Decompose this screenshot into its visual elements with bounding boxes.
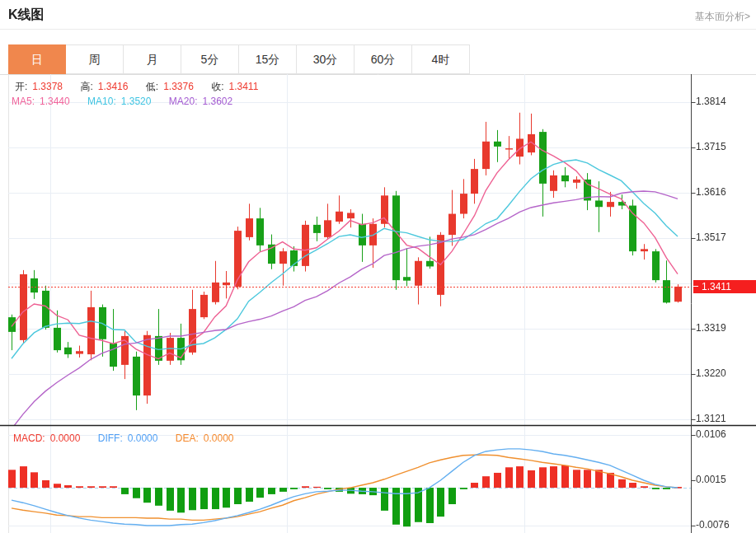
macd-axis-label: -0.0076 — [696, 519, 754, 531]
high-value: 1.3416 — [98, 81, 129, 92]
tab-month[interactable]: 月 — [124, 44, 181, 74]
kline-page: K线图 基本面分析> 日 周 月 5分 15分 30分 60分 4时 开:1.3… — [0, 0, 756, 533]
diff-value: 0.0000 — [128, 432, 158, 444]
price-axis-label: 1.3517 — [696, 231, 754, 243]
current-price-value: 1.3411 — [702, 281, 731, 292]
page-title: K线图 — [8, 7, 45, 24]
close-label: 收: — [211, 81, 223, 92]
price-axis-label: 1.3319 — [696, 322, 754, 334]
ohlc-legend: 开:1.3378 高:1.3416 低:1.3376 收:1.3411 — [15, 80, 263, 94]
macd-axis-label: 0.0106 — [696, 428, 754, 440]
ma20-label: MA20: — [169, 96, 198, 107]
fundamental-analysis-link[interactable]: 基本面分析> — [695, 10, 750, 24]
tab-week[interactable]: 周 — [66, 44, 124, 74]
diff-label: DIFF: — [98, 432, 123, 444]
dea-value: 0.0000 — [204, 432, 234, 444]
price-axis-label: 1.3715 — [696, 141, 754, 152]
ma-legend: MA5:1.3440 MA10:1.3520 MA20:1.3602 — [12, 96, 237, 107]
low-label: 低: — [146, 81, 158, 92]
tab-15min[interactable]: 15分 — [239, 44, 297, 74]
period-tabs: 日 周 月 5分 15分 30分 60分 4时 — [8, 44, 470, 74]
ma10-label: MA10: — [87, 96, 116, 107]
price-axis-label: 1.3616 — [696, 186, 754, 198]
ma20-value: 1.3602 — [202, 96, 232, 107]
low-value: 1.3376 — [163, 81, 194, 92]
price-axis-label: 1.3121 — [696, 413, 754, 424]
header-divider — [0, 29, 756, 30]
tab-60min[interactable]: 60分 — [355, 44, 412, 74]
ma5-label: MA5: — [12, 96, 35, 107]
dea-label: DEA: — [176, 432, 199, 444]
macd-value: 0.0000 — [50, 432, 81, 444]
price-axis-label: 1.3220 — [696, 367, 754, 379]
price-axis-label: 1.3814 — [696, 96, 754, 107]
macd-legend: MACD:0.0000 DIFF:0.0000 DEA:0.0000 — [13, 432, 238, 444]
macd-axis-label: 0.0015 — [696, 474, 754, 485]
macd-label: MACD: — [13, 432, 45, 444]
open-label: 开: — [15, 81, 27, 92]
tab-5min[interactable]: 5分 — [181, 44, 239, 74]
high-label: 高: — [80, 81, 92, 92]
tab-30min[interactable]: 30分 — [297, 44, 355, 74]
ma10-value: 1.3520 — [121, 96, 152, 107]
ma5-value: 1.3440 — [40, 96, 70, 107]
tab-4hour[interactable]: 4时 — [412, 44, 470, 74]
open-value: 1.3378 — [32, 81, 63, 92]
badge-tick-dash — [693, 286, 698, 287]
tab-day[interactable]: 日 — [8, 44, 66, 74]
current-price-badge: 1.3411 — [693, 280, 756, 293]
close-value: 1.3411 — [229, 81, 259, 92]
